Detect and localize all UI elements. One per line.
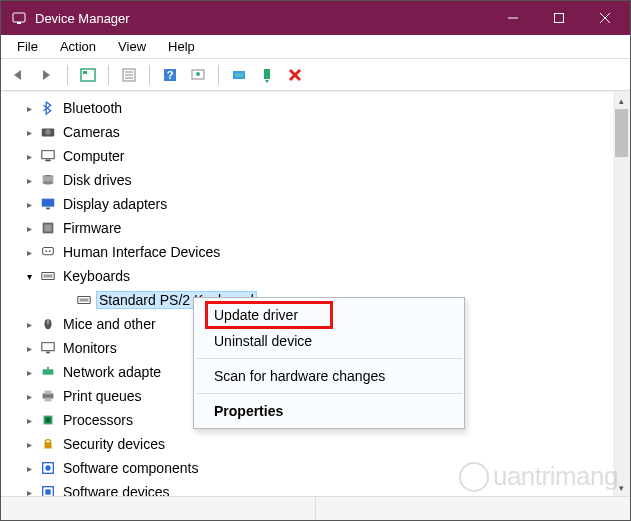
chevron-right-icon[interactable]: ▸ [21, 316, 37, 332]
chevron-right-icon[interactable]: ▸ [21, 220, 37, 236]
svg-rect-56 [45, 489, 50, 494]
printer-icon [39, 387, 57, 405]
scan-hardware-button[interactable] [186, 63, 210, 87]
expander-spacer [57, 292, 73, 308]
camera-icon [39, 123, 57, 141]
window-title: Device Manager [35, 11, 490, 26]
svg-rect-3 [555, 14, 564, 23]
context-menu-item[interactable]: Uninstall device [194, 328, 464, 354]
tree-item[interactable]: ▸Software components [1, 456, 630, 480]
chevron-right-icon[interactable]: ▸ [21, 244, 37, 260]
svg-rect-51 [45, 417, 50, 422]
window-controls [490, 1, 628, 35]
chevron-right-icon[interactable]: ▸ [21, 340, 37, 356]
node-label: Print queues [63, 388, 142, 404]
node-label: Software devices [63, 484, 170, 496]
svg-rect-48 [44, 391, 51, 395]
tree-item[interactable]: ▸Display adapters [1, 192, 630, 216]
statusbar [1, 496, 630, 520]
chevron-right-icon[interactable]: ▸ [21, 364, 37, 380]
show-hidden-button[interactable] [76, 63, 100, 87]
tree-item[interactable]: ▸Disk drives [1, 168, 630, 192]
network-icon [39, 363, 57, 381]
chevron-right-icon[interactable]: ▸ [21, 388, 37, 404]
firmware-icon [39, 219, 57, 237]
svg-point-27 [43, 181, 54, 185]
keyboard-icon [75, 291, 93, 309]
tree-item[interactable]: ▸Software devices [1, 480, 630, 496]
svg-rect-7 [83, 71, 87, 74]
chevron-right-icon[interactable]: ▸ [21, 484, 37, 496]
svg-rect-18 [264, 69, 270, 79]
svg-rect-31 [44, 224, 51, 231]
node-label: Human Interface Devices [63, 244, 220, 260]
node-label: Computer [63, 148, 124, 164]
chevron-right-icon[interactable]: ▸ [21, 460, 37, 476]
chevron-right-icon[interactable]: ▸ [21, 124, 37, 140]
uninstall-button[interactable] [283, 63, 307, 87]
tree-item[interactable]: ▸Bluetooth [1, 96, 630, 120]
toolbar: ? [1, 59, 630, 91]
node-label: Security devices [63, 436, 165, 452]
chevron-right-icon[interactable]: ▸ [21, 196, 37, 212]
back-button[interactable] [7, 63, 31, 87]
context-menu-item[interactable]: Scan for hardware changes [194, 363, 464, 389]
maximize-button[interactable] [536, 1, 582, 35]
chevron-down-icon[interactable]: ▾ [21, 268, 37, 284]
enable-device-button[interactable] [255, 63, 279, 87]
svg-rect-17 [235, 73, 243, 77]
node-label: Mice and other [63, 316, 156, 332]
properties-button[interactable] [117, 63, 141, 87]
bluetooth-icon [39, 99, 57, 117]
scroll-down-arrow[interactable]: ▾ [613, 479, 630, 496]
svg-rect-23 [42, 151, 54, 159]
tree-item[interactable]: ▾Keyboards [1, 264, 630, 288]
chevron-right-icon[interactable]: ▸ [21, 412, 37, 428]
toolbar-separator [108, 65, 109, 85]
tree-scroll: ▸Bluetooth▸Cameras▸Computer▸Disk drives▸… [1, 92, 630, 496]
hid-icon [39, 243, 57, 261]
vertical-scrollbar[interactable]: ▴ ▾ [613, 92, 630, 496]
svg-point-22 [45, 129, 50, 134]
display-icon [39, 195, 57, 213]
menu-view[interactable]: View [108, 37, 156, 56]
tree-item[interactable]: ▸Computer [1, 144, 630, 168]
node-label: Display adapters [63, 196, 167, 212]
svg-text:?: ? [167, 69, 174, 81]
svg-rect-45 [43, 369, 54, 374]
node-label: Disk drives [63, 172, 131, 188]
context-menu-separator [196, 393, 462, 394]
forward-button[interactable] [35, 63, 59, 87]
context-menu-item[interactable]: Update driver [194, 302, 464, 328]
context-menu: Update driverUninstall deviceScan for ha… [193, 297, 465, 429]
node-label: Processors [63, 412, 133, 428]
tree-item[interactable]: ▸Firmware [1, 216, 630, 240]
minimize-button[interactable] [490, 1, 536, 35]
monitor-icon [39, 339, 57, 357]
svg-point-15 [196, 72, 200, 76]
toolbar-separator [149, 65, 150, 85]
tree-item[interactable]: ▸Human Interface Devices [1, 240, 630, 264]
close-button[interactable] [582, 1, 628, 35]
svg-point-34 [49, 250, 51, 252]
chevron-right-icon[interactable]: ▸ [21, 100, 37, 116]
tree-item[interactable]: ▸Cameras [1, 120, 630, 144]
chevron-right-icon[interactable]: ▸ [21, 436, 37, 452]
scroll-up-arrow[interactable]: ▴ [613, 92, 630, 109]
menu-action[interactable]: Action [50, 37, 106, 56]
menu-help[interactable]: Help [158, 37, 205, 56]
svg-point-54 [45, 465, 50, 470]
help-button[interactable]: ? [158, 63, 182, 87]
chevron-right-icon[interactable]: ▸ [21, 148, 37, 164]
svg-rect-24 [45, 160, 50, 162]
chevron-right-icon[interactable]: ▸ [21, 172, 37, 188]
node-label: Cameras [63, 124, 120, 140]
toolbar-separator [218, 65, 219, 85]
context-menu-item[interactable]: Properties [194, 398, 464, 424]
menu-file[interactable]: File [7, 37, 48, 56]
update-driver-button[interactable] [227, 63, 251, 87]
titlebar: Device Manager [1, 1, 630, 35]
scroll-thumb[interactable] [615, 109, 628, 157]
disk-icon [39, 171, 57, 189]
tree-item[interactable]: ▸Security devices [1, 432, 630, 456]
